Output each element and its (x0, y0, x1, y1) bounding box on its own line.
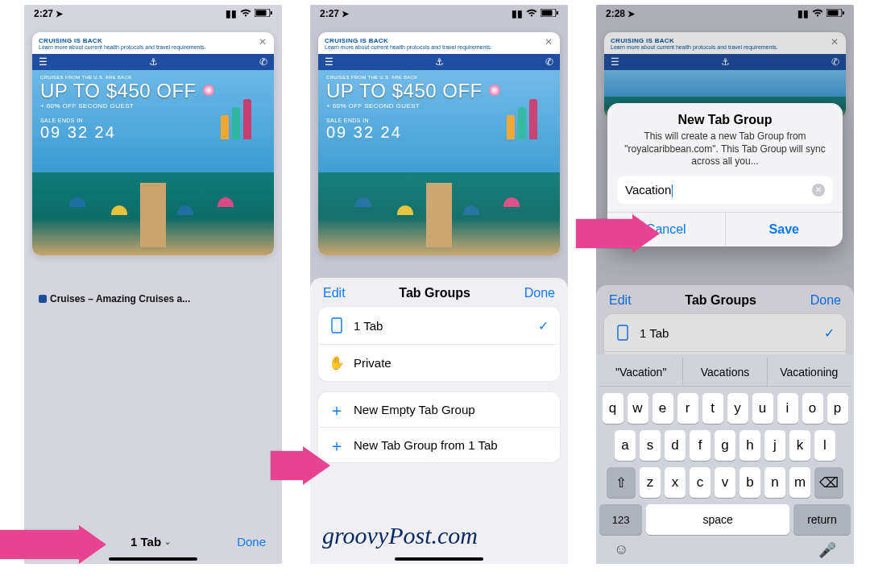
plus-icon: ＋ (329, 404, 344, 416)
suggestion-2[interactable]: Vacations (683, 358, 767, 386)
keyboard-row-1: q w e r t y u i o p (599, 393, 851, 424)
wifi-icon (240, 8, 251, 19)
tab-caption: Cruises – Amazing Cruises a... (39, 293, 190, 304)
new-empty-tab-group[interactable]: ＋ New Empty Tab Group (318, 392, 560, 428)
tab-group-name-input[interactable]: Vacation ✕ (617, 176, 833, 204)
phone-screenshot-1: 2:27 ➤ ▮▮ CRUISING IS BACK Learn more ab… (24, 5, 282, 564)
status-time: 2:27 ➤ (320, 8, 349, 19)
key-o[interactable]: o (802, 393, 823, 424)
key-d[interactable]: d (665, 430, 686, 461)
promo-title: CRUISING IS BACK (39, 37, 267, 44)
backspace-key[interactable]: ⌫ (814, 467, 843, 498)
keyboard-row-3: ⇧ z x c v b n m ⌫ (599, 467, 851, 498)
key-x[interactable]: x (665, 467, 686, 498)
space-key[interactable]: space (646, 504, 789, 535)
dialog-title: New Tab Group (607, 103, 843, 130)
phone-screenshot-2: 2:27 ➤ ▮▮ CRUISING IS BACK Learn more ab… (310, 5, 568, 564)
keyboard-row-4: 123 space return (599, 504, 851, 535)
location-icon: ➤ (56, 9, 63, 19)
emoji-key[interactable]: ☺ (614, 541, 628, 559)
tab-group-row-private[interactable]: ✋ Private (318, 345, 560, 381)
tab-groups-sheet: Edit Tab Groups Done 1 Tab ✓ ✋ Private ＋… (310, 278, 568, 564)
key-n[interactable]: n (764, 467, 785, 498)
shift-key[interactable]: ⇧ (607, 467, 636, 498)
suggestion-3[interactable]: Vacationing (768, 358, 851, 386)
done-button[interactable]: Done (237, 535, 266, 549)
key-l[interactable]: l (814, 430, 835, 461)
close-icon[interactable]: ✕ (542, 35, 555, 48)
new-tab-group-from-tab[interactable]: ＋ New Tab Group from 1 Tab (318, 428, 560, 462)
tabs-icon (329, 317, 344, 333)
towers-decor (221, 99, 251, 139)
key-i[interactable]: i (777, 393, 798, 424)
svg-rect-4 (542, 10, 553, 16)
phone-icon[interactable]: ✆ (259, 56, 267, 68)
key-z[interactable]: z (640, 467, 661, 498)
key-b[interactable]: b (740, 467, 760, 498)
balloon-decor (203, 85, 214, 96)
key-q[interactable]: q (603, 393, 624, 424)
key-w[interactable]: w (628, 393, 648, 424)
chevron-down-icon: ⌄ (164, 537, 171, 546)
key-m[interactable]: m (789, 467, 810, 498)
key-t[interactable]: t (702, 393, 723, 424)
hamburger-icon[interactable]: ☰ (39, 56, 48, 68)
keyboard-row-2: a s d f g h j k l (599, 430, 851, 461)
battery-icon (255, 8, 272, 19)
text-caret (672, 184, 673, 197)
key-f[interactable]: f (690, 430, 710, 461)
webpage-card: CRUISING IS BACK Learn more about curren… (318, 32, 560, 255)
clear-text-icon[interactable]: ✕ (812, 184, 825, 197)
private-icon: ✋ (329, 355, 344, 371)
key-g[interactable]: g (715, 430, 735, 461)
key-k[interactable]: k (789, 430, 810, 461)
logo-icon: ⚓︎ (149, 56, 158, 68)
tab-group-row-1tab[interactable]: 1 Tab ✓ (318, 307, 560, 345)
done-button[interactable]: Done (524, 286, 555, 300)
phone-screenshot-3: 2:28 ➤ ▮▮ CRUISING IS BACK Learn more ab… (596, 5, 854, 564)
numbers-key[interactable]: 123 (599, 504, 642, 535)
watermark: groovyPost.com (322, 522, 478, 549)
suggestion-1[interactable]: "Vacation" (599, 358, 683, 386)
close-icon[interactable]: ✕ (256, 35, 269, 48)
signal-icon: ▮▮ (512, 8, 523, 19)
checkmark-icon: ✓ (538, 318, 549, 333)
hero-image: CRUISES FROM THE U.S. ARE BACK UP TO $45… (32, 70, 274, 255)
key-u[interactable]: u (752, 393, 773, 424)
hero-kicker: CRUISES FROM THE U.S. ARE BACK (32, 70, 274, 80)
keyboard: "Vacation" Vacations Vacationing q w e r… (596, 354, 854, 564)
keyboard-suggestions: "Vacation" Vacations Vacationing (599, 358, 851, 387)
save-button[interactable]: Save (726, 213, 843, 246)
tab-groups-new-list: ＋ New Empty Tab Group ＋ New Tab Group fr… (318, 392, 560, 462)
key-s[interactable]: s (640, 430, 661, 461)
key-r[interactable]: r (677, 393, 698, 424)
key-c[interactable]: c (690, 467, 710, 498)
pier-decor (140, 183, 166, 247)
dictation-key[interactable]: 🎤 (818, 541, 836, 559)
key-j[interactable]: j (764, 430, 785, 461)
location-icon: ➤ (342, 9, 349, 19)
status-right: ▮▮ (226, 8, 272, 19)
status-bar: 2:27 ➤ ▮▮ (310, 5, 568, 23)
svg-rect-2 (271, 11, 272, 14)
status-time: 2:27 ➤ (34, 8, 63, 19)
key-v[interactable]: v (715, 467, 735, 498)
key-y[interactable]: y (727, 393, 748, 424)
promo-subtitle: Learn more about current health protocol… (39, 44, 224, 51)
key-h[interactable]: h (740, 430, 760, 461)
signal-icon: ▮▮ (226, 8, 237, 19)
battery-icon (541, 8, 558, 19)
svg-rect-5 (557, 11, 558, 14)
status-bar: 2:27 ➤ ▮▮ (24, 5, 282, 23)
edit-button[interactable]: Edit (323, 286, 346, 300)
key-e[interactable]: e (652, 393, 673, 424)
key-p[interactable]: p (827, 393, 848, 424)
tab-groups-list: 1 Tab ✓ ✋ Private (318, 307, 560, 381)
return-key[interactable]: return (793, 504, 851, 535)
sheet-title: Tab Groups (399, 286, 470, 300)
key-a[interactable]: a (615, 430, 636, 461)
tab-group-picker[interactable]: 1 Tab⌄ (130, 535, 171, 549)
webpage-card[interactable]: CRUISING IS BACK Learn more about curren… (32, 32, 274, 255)
dialog-body: This will create a new Tab Group from "r… (607, 130, 843, 176)
home-indicator (395, 557, 483, 561)
